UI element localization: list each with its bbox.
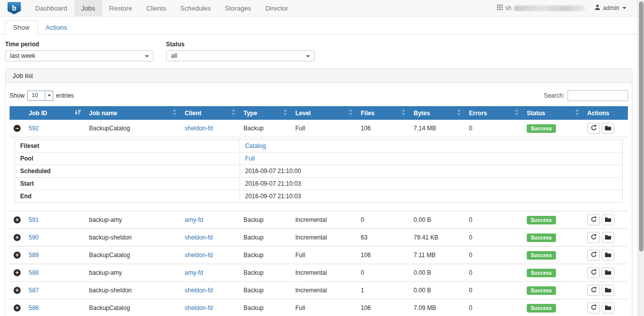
job-id-link[interactable]: 592	[29, 125, 39, 132]
job-id-link[interactable]: 588	[29, 269, 39, 276]
page-size-select[interactable]: 10	[27, 91, 53, 101]
job-files-button[interactable]	[602, 267, 614, 278]
status-filter-select[interactable]: all	[166, 50, 314, 61]
job-id-link[interactable]: 591	[29, 216, 39, 223]
col-header-job-id[interactable]: Job ID	[25, 106, 85, 120]
col-header-status[interactable]: Status	[523, 106, 583, 120]
col-header-bytes[interactable]: Bytes	[410, 106, 465, 120]
col-header-job-name[interactable]: Job name	[85, 106, 181, 120]
nav-item-jobs[interactable]: Jobs	[74, 0, 102, 17]
job-id-link[interactable]: 589	[29, 252, 39, 259]
tab-actions[interactable]: Actions	[38, 21, 75, 34]
search-input[interactable]	[568, 90, 628, 101]
job-id-link[interactable]: 587	[29, 287, 39, 294]
client-cell: sheldon-fd	[181, 282, 239, 299]
detail-row: PoolFull	[15, 152, 623, 165]
col-header-client[interactable]: Client	[181, 106, 239, 120]
rerun-job-button[interactable]	[587, 123, 600, 134]
sort-icon	[231, 109, 235, 117]
bytes-cell: 0.00 B	[410, 211, 465, 229]
apps-grid-icon	[497, 5, 503, 12]
detail-value: Full	[239, 152, 622, 165]
page-length-control: Show 10 entries	[10, 91, 74, 101]
app-logo[interactable]: b	[0, 0, 28, 16]
scrollbar[interactable]	[637, 0, 644, 316]
fileset-link[interactable]: Catalog	[245, 142, 266, 149]
time-period-select[interactable]: last week	[5, 50, 153, 61]
client-link[interactable]: sheldon-fd	[185, 252, 213, 259]
status-cell: Success	[523, 264, 583, 282]
plus-circle-icon[interactable]: +	[14, 269, 21, 276]
client-link[interactable]: sheldon-fd	[185, 125, 213, 132]
sort-desc-icon	[74, 110, 81, 117]
errors-cell: 0	[465, 282, 523, 299]
client-link[interactable]: sheldon-fd	[185, 287, 213, 294]
refresh-icon	[591, 287, 597, 294]
job-files-button[interactable]	[602, 214, 614, 225]
job-files-button[interactable]	[602, 232, 614, 243]
status-filter-label: Status	[166, 41, 314, 48]
job-id-link[interactable]: 586	[29, 304, 39, 311]
nav-item-storages[interactable]: Storages	[218, 0, 258, 17]
filters: Time period last week Status all	[0, 34, 637, 61]
rerun-job-button[interactable]	[587, 267, 600, 278]
expand-cell: −	[10, 120, 25, 137]
rerun-job-button[interactable]	[587, 250, 600, 261]
job-files-button[interactable]	[602, 285, 614, 296]
scrollbar-thumb[interactable]	[639, 2, 643, 252]
detail-label: Scheduled	[15, 165, 240, 178]
tab-show[interactable]: Show	[5, 21, 38, 34]
details-cell: FilesetCatalogPoolFullScheduled2016-09-0…	[10, 137, 628, 211]
pool-link[interactable]: Full	[245, 155, 255, 162]
folder-icon	[605, 216, 611, 224]
nav-item-restore[interactable]: Restore	[102, 0, 139, 17]
nav-item-schedules[interactable]: Schedules	[173, 0, 218, 17]
panel-title: Job list	[6, 69, 632, 83]
rerun-job-button[interactable]	[587, 214, 600, 225]
detail-value: Catalog	[239, 140, 622, 152]
page-size-value: 10	[28, 91, 45, 100]
sort-icon	[515, 109, 519, 117]
detail-row: Start2016-09-07 21:10:03	[15, 178, 623, 190]
files-cell: 106	[357, 120, 410, 137]
col-header-level[interactable]: Level	[291, 106, 357, 120]
client-link[interactable]: sheldon-fd	[185, 304, 213, 311]
tabs-bar: ShowActions	[0, 21, 637, 34]
job-id-link[interactable]: 590	[29, 234, 39, 241]
col-header-errors[interactable]: Errors	[465, 106, 523, 120]
actions-cell	[583, 299, 628, 316]
plus-circle-icon[interactable]: +	[14, 234, 21, 241]
show-label: Show	[10, 92, 25, 99]
plus-circle-icon[interactable]: +	[14, 287, 21, 294]
plus-circle-icon[interactable]: +	[14, 304, 21, 311]
col-header-files[interactable]: Files	[357, 106, 410, 120]
minus-circle-icon[interactable]: −	[14, 125, 21, 132]
rerun-job-button[interactable]	[587, 302, 600, 313]
client-link[interactable]: sheldon-fd	[185, 234, 213, 241]
job-files-button[interactable]	[602, 302, 614, 313]
errors-cell: 0	[465, 229, 523, 247]
nav-item-director[interactable]: Director	[258, 0, 295, 17]
jobs-table-head: Job IDJob nameClientTypeLevelFilesBytesE…	[10, 106, 628, 120]
rerun-job-button[interactable]	[587, 285, 600, 296]
table-row: +588backup-amyamy-fdBackupIncremental00.…	[10, 264, 628, 282]
nav-item-dashboard[interactable]: Dashboard	[28, 0, 74, 17]
job-name-cell: BackupCatalog	[85, 120, 181, 137]
nav-item-clients[interactable]: Clients	[139, 0, 174, 17]
level-cell: Incremental	[291, 211, 357, 229]
job-id-cell: 589	[25, 247, 85, 264]
client-link[interactable]: amy-fd	[185, 216, 203, 223]
plus-circle-icon[interactable]: +	[14, 216, 21, 223]
job-files-button[interactable]	[602, 250, 614, 261]
job-id-cell: 586	[25, 299, 85, 316]
client-link[interactable]: amy-fd	[185, 269, 203, 276]
col-header-label: Job name	[89, 110, 117, 117]
jobs-table: Job IDJob nameClientTypeLevelFilesBytesE…	[10, 106, 628, 316]
job-name-cell: backup-amy	[85, 264, 181, 282]
user-menu[interactable]: admin	[594, 4, 626, 12]
rerun-job-button[interactable]	[587, 232, 600, 243]
refresh-icon	[591, 269, 597, 277]
job-files-button[interactable]	[602, 123, 614, 134]
plus-circle-icon[interactable]: +	[14, 252, 21, 259]
col-header-type[interactable]: Type	[239, 106, 291, 120]
